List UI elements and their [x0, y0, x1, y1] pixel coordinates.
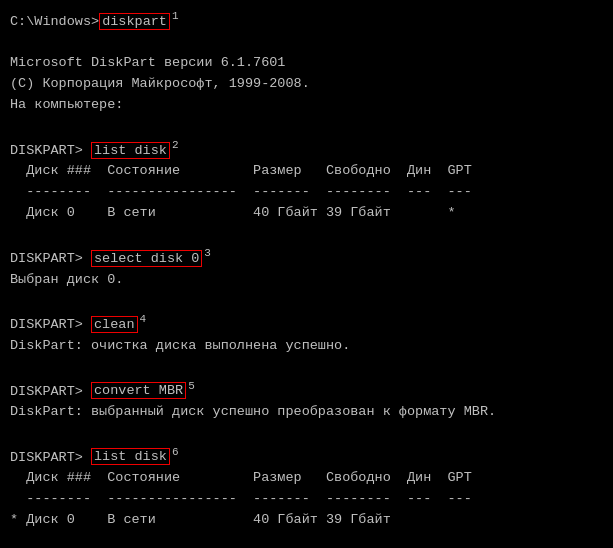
terminal-window: C:\Windows>diskpart1 Microsoft DiskPart …: [10, 8, 603, 548]
terminal-line: DISKPART> list disk2: [10, 137, 603, 161]
terminal-line: C:\Windows>diskpart1: [10, 8, 603, 32]
terminal-line: [10, 290, 603, 311]
table-row-data: Диск 0 В сети 40 Гбайт 39 Гбайт *: [10, 205, 456, 220]
terminal-line: На компьютере:: [10, 95, 603, 116]
table-separator: -------- ---------------- ------- ------…: [10, 491, 472, 506]
terminal-line: [10, 32, 603, 53]
output-text: (C) Корпорация Майкрософт, 1999-2008.: [10, 76, 310, 91]
terminal-line: DISKPART> convert MBR5: [10, 378, 603, 402]
output-text: Microsoft DiskPart версии 6.1.7601: [10, 55, 285, 70]
command-highlight: diskpart: [99, 13, 170, 30]
terminal-line: [10, 116, 603, 137]
diskpart-prompt: DISKPART>: [10, 383, 91, 398]
terminal-line: DISKPART> select disk 03: [10, 245, 603, 269]
terminal-line: -------- ---------------- ------- ------…: [10, 489, 603, 510]
command-highlight: select disk 0: [91, 250, 202, 267]
step-number: 1: [172, 10, 179, 22]
table-row-data: * Диск 0 В сети 40 Гбайт 39 Гбайт: [10, 512, 447, 527]
terminal-line: DISKPART> list disk6: [10, 444, 603, 468]
output-text: DiskPart: выбранный диск успешно преобра…: [10, 404, 496, 419]
terminal-line: Выбран диск 0.: [10, 270, 603, 291]
diskpart-prompt: DISKPART>: [10, 143, 91, 158]
terminal-line: [10, 357, 603, 378]
diskpart-prompt: DISKPART>: [10, 251, 91, 266]
terminal-line: Диск ### Состояние Размер Свободно Дин G…: [10, 468, 603, 489]
terminal-line: Диск ### Состояние Размер Свободно Дин G…: [10, 161, 603, 182]
terminal-line: (C) Корпорация Майкрософт, 1999-2008.: [10, 74, 603, 95]
terminal-line: DISKPART> clean4: [10, 311, 603, 335]
step-number: 2: [172, 139, 179, 151]
diskpart-prompt: DISKPART>: [10, 317, 91, 332]
terminal-line: [10, 531, 603, 548]
table-header: Диск ### Состояние Размер Свободно Дин G…: [10, 163, 472, 178]
command-highlight: list disk: [91, 142, 170, 159]
terminal-line: DiskPart: очистка диска выполнена успешн…: [10, 336, 603, 357]
step-number: 5: [188, 380, 195, 392]
output-text: На компьютере:: [10, 97, 123, 112]
diskpart-prompt: DISKPART>: [10, 449, 91, 464]
step-number: 3: [204, 247, 211, 259]
command-highlight: list disk: [91, 448, 170, 465]
table-header: Диск ### Состояние Размер Свободно Дин G…: [10, 470, 472, 485]
terminal-line: [10, 423, 603, 444]
step-number: 4: [140, 313, 147, 325]
prompt: C:\Windows>: [10, 14, 99, 29]
terminal-line: * Диск 0 В сети 40 Гбайт 39 Гбайт: [10, 510, 603, 531]
output-text: Выбран диск 0.: [10, 272, 123, 287]
step-number: 6: [172, 446, 179, 458]
command-highlight: convert MBR: [91, 382, 186, 399]
terminal-line: Диск 0 В сети 40 Гбайт 39 Гбайт *: [10, 203, 603, 224]
terminal-line: [10, 224, 603, 245]
table-separator: -------- ---------------- ------- ------…: [10, 184, 472, 199]
terminal-line: Microsoft DiskPart версии 6.1.7601: [10, 53, 603, 74]
terminal-line: -------- ---------------- ------- ------…: [10, 182, 603, 203]
output-text: DiskPart: очистка диска выполнена успешн…: [10, 338, 350, 353]
command-highlight: clean: [91, 316, 138, 333]
terminal-line: DiskPart: выбранный диск успешно преобра…: [10, 402, 603, 423]
